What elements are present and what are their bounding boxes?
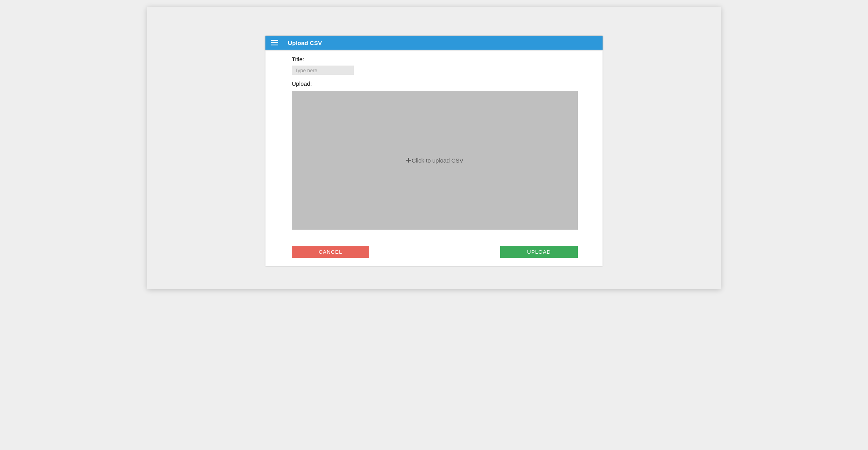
svg-rect-0 — [271, 40, 278, 41]
form-content: Title: Upload: Click to upload CSV CANCE… — [265, 50, 603, 266]
upload-csv-card: Upload CSV Title: Upload: Click to uploa… — [265, 36, 603, 266]
upload-button[interactable]: UPLOAD — [500, 246, 578, 258]
svg-rect-4 — [406, 160, 411, 161]
csv-dropzone[interactable]: Click to upload CSV — [292, 91, 578, 230]
svg-rect-1 — [271, 42, 278, 43]
action-row: CANCEL UPLOAD — [292, 246, 578, 258]
menu-button[interactable] — [270, 38, 279, 47]
plus-icon — [406, 158, 411, 163]
svg-rect-2 — [271, 45, 278, 45]
app-header: Upload CSV — [265, 36, 603, 50]
cancel-button[interactable]: CANCEL — [292, 246, 369, 258]
dropzone-text: Click to upload CSV — [412, 157, 463, 164]
title-input[interactable] — [292, 66, 354, 75]
title-label: Title: — [292, 56, 578, 62]
upload-label: Upload: — [292, 80, 578, 87]
dropzone-content: Click to upload CSV — [406, 157, 463, 164]
page-title: Upload CSV — [288, 40, 322, 46]
page-frame: Upload CSV Title: Upload: Click to uploa… — [147, 7, 721, 289]
hamburger-icon — [271, 40, 278, 45]
